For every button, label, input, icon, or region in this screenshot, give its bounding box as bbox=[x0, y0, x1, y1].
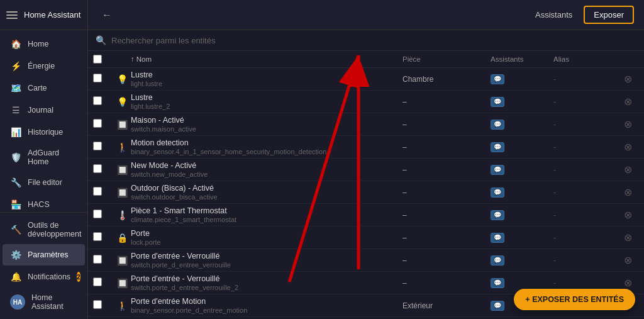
row-checkbox-7[interactable] bbox=[93, 232, 102, 241]
entity-name: Porte bbox=[131, 229, 402, 238]
assistant-cell-8: 💬 bbox=[491, 255, 553, 266]
sidebar-item-label: Home bbox=[28, 40, 48, 48]
row-checkbox-1[interactable] bbox=[93, 96, 102, 105]
table-row: 🌡️ Pièce 1 - Smart Thermostat climate.pi… bbox=[88, 204, 644, 227]
sidebar-item-settings[interactable]: ⚙️ Paramètres bbox=[3, 244, 85, 266]
remove-cell-0: ⊗ bbox=[616, 73, 639, 86]
hacs-icon: 🏪 bbox=[10, 199, 21, 210]
assistant-icon: 💬 bbox=[491, 142, 504, 152]
entity-name-cell-2: Maison - Activé switch.maison_active bbox=[131, 116, 402, 133]
energy-icon: ⚡ bbox=[10, 60, 21, 72]
entity-icon-6: 🌡️ bbox=[113, 210, 131, 220]
assistant-icon: 💬 bbox=[491, 165, 504, 175]
notification-badge: 2 bbox=[77, 272, 80, 282]
alias-cell-6: - bbox=[553, 211, 616, 220]
remove-button-0[interactable]: ⊗ bbox=[621, 73, 634, 86]
assistant-icon: 💬 bbox=[491, 301, 504, 311]
remove-button-5[interactable]: ⊗ bbox=[621, 186, 634, 199]
row-checkbox-cell bbox=[93, 96, 113, 107]
row-checkbox-6[interactable] bbox=[93, 210, 102, 218]
settings-icon: ⚙️ bbox=[10, 249, 21, 260]
entity-name: Motion detection bbox=[131, 138, 402, 147]
remove-cell-4: ⊗ bbox=[616, 164, 639, 176]
entity-name-cell-9: Porte d'entrée - Verrouillé switch.porte… bbox=[131, 274, 402, 291]
remove-cell-3: ⊗ bbox=[616, 141, 639, 154]
sidebar-item-label: Outils de développement bbox=[28, 221, 81, 238]
map-icon: 🗺️ bbox=[10, 82, 21, 94]
entity-name: New Mode - Activé bbox=[131, 161, 402, 170]
sidebar-item-dev-tools[interactable]: 🔨 Outils de développement bbox=[3, 216, 85, 243]
sidebar-item-profile[interactable]: HA Home Assistant bbox=[3, 288, 85, 316]
entity-name-cell-1: Lustre light.lustre_2 bbox=[131, 93, 402, 110]
export-entities-button[interactable]: + EXPOSER DES ENTITÉS bbox=[514, 289, 635, 310]
room-cell-0: Chambre bbox=[402, 75, 491, 84]
room-cell-10: Extérieur bbox=[402, 301, 491, 310]
assistant-icon: 💬 bbox=[491, 97, 504, 107]
th-assistants: Assistants bbox=[491, 55, 553, 64]
table-row: 🔲 Maison - Activé switch.maison_active –… bbox=[88, 113, 644, 136]
sidebar-item-hacs[interactable]: 🏪 HACS bbox=[3, 194, 85, 212]
entity-icon-3: 🚶 bbox=[113, 142, 131, 152]
back-button[interactable]: ← bbox=[98, 6, 116, 24]
row-checkbox-5[interactable] bbox=[93, 187, 102, 196]
row-checkbox-8[interactable] bbox=[93, 255, 102, 264]
remove-button-1[interactable]: ⊗ bbox=[621, 96, 634, 108]
assistant-icon: 💬 bbox=[491, 187, 504, 198]
th-icon bbox=[113, 55, 131, 64]
sidebar-item-home[interactable]: 🏠 Home bbox=[3, 33, 85, 55]
sidebar-item-label: File editor bbox=[28, 178, 62, 187]
tab-exposer[interactable]: Exposer bbox=[584, 6, 634, 24]
entity-id: switch.porte_d_entree_verrouille_2 bbox=[131, 284, 402, 291]
remove-button-3[interactable]: ⊗ bbox=[621, 141, 634, 154]
sidebar-item-history[interactable]: 📊 Historique bbox=[3, 121, 85, 143]
search-input[interactable] bbox=[111, 36, 636, 45]
row-checkbox-3[interactable] bbox=[93, 142, 102, 150]
table-header: ↑ Nom Pièce Assistants Alias bbox=[88, 51, 644, 68]
remove-button-7[interactable]: ⊗ bbox=[621, 232, 634, 244]
table-row: 🔲 Outdoor (Bisca) - Activé switch.outdoo… bbox=[88, 181, 644, 204]
row-checkbox-0[interactable] bbox=[93, 74, 102, 82]
remove-cell-1: ⊗ bbox=[616, 96, 639, 108]
remove-button-8[interactable]: ⊗ bbox=[621, 254, 634, 267]
th-name[interactable]: ↑ Nom bbox=[131, 55, 402, 64]
sidebar-item-adguard[interactable]: 🛡️ AdGuard Home bbox=[3, 143, 85, 171]
remove-button-6[interactable]: ⊗ bbox=[621, 209, 634, 221]
entity-icon-4: 🔲 bbox=[113, 165, 131, 175]
entity-name: Lustre bbox=[131, 70, 402, 79]
entity-name: Maison - Activé bbox=[131, 116, 402, 125]
row-checkbox-10[interactable] bbox=[93, 300, 102, 309]
entity-name-cell-3: Motion detection binary_sensor.4_in_1_se… bbox=[131, 138, 402, 155]
sidebar: Home Assistant 🏠 Home ⚡ Énergie 🗺️ Carte… bbox=[0, 0, 88, 319]
row-checkbox-cell bbox=[93, 255, 113, 266]
assistant-cell-1: 💬 bbox=[491, 97, 553, 107]
menu-icon[interactable] bbox=[6, 9, 19, 21]
remove-button-2[interactable]: ⊗ bbox=[621, 118, 634, 131]
room-cell-8: – bbox=[402, 256, 491, 265]
entity-name-cell-5: Outdoor (Bisca) - Activé switch.outdoor_… bbox=[131, 184, 402, 201]
entity-icon-0: 💡 bbox=[113, 74, 131, 84]
remove-button-9[interactable]: ⊗ bbox=[621, 277, 634, 289]
remove-button-4[interactable]: ⊗ bbox=[621, 164, 634, 176]
assistant-icon: 💬 bbox=[491, 255, 504, 266]
sidebar-item-energy[interactable]: ⚡ Énergie bbox=[3, 55, 85, 77]
sidebar-item-map[interactable]: 🗺️ Carte bbox=[3, 77, 85, 99]
sidebar-item-label: Notifications bbox=[28, 272, 70, 281]
row-checkbox-4[interactable] bbox=[93, 164, 102, 173]
row-checkbox-9[interactable] bbox=[93, 277, 102, 286]
sidebar-item-notifications[interactable]: 🔔 Notifications 2 bbox=[3, 266, 85, 288]
row-checkbox-2[interactable] bbox=[93, 119, 102, 128]
select-all-checkbox[interactable] bbox=[93, 55, 102, 64]
entity-id: lock.porte bbox=[131, 238, 402, 246]
row-checkbox-cell bbox=[93, 232, 113, 243]
sidebar-item-journal[interactable]: ☰ Journal bbox=[3, 99, 85, 121]
assistant-icon: 💬 bbox=[491, 233, 504, 243]
assistant-cell-9: 💬 bbox=[491, 278, 553, 288]
tab-assistants[interactable]: Assistants bbox=[526, 6, 581, 24]
assistant-icon: 💬 bbox=[491, 120, 504, 130]
sidebar-header: Home Assistant bbox=[0, 0, 87, 30]
entity-id: binary_sensor.porte_d_entree_motion bbox=[131, 306, 402, 314]
sidebar-item-file-editor[interactable]: 🔧 File editor bbox=[3, 172, 85, 193]
assistant-icon: 💬 bbox=[491, 210, 504, 220]
alias-cell-2: - bbox=[553, 120, 616, 129]
entity-name: Porte d'entrée - Verrouillé bbox=[131, 274, 402, 283]
